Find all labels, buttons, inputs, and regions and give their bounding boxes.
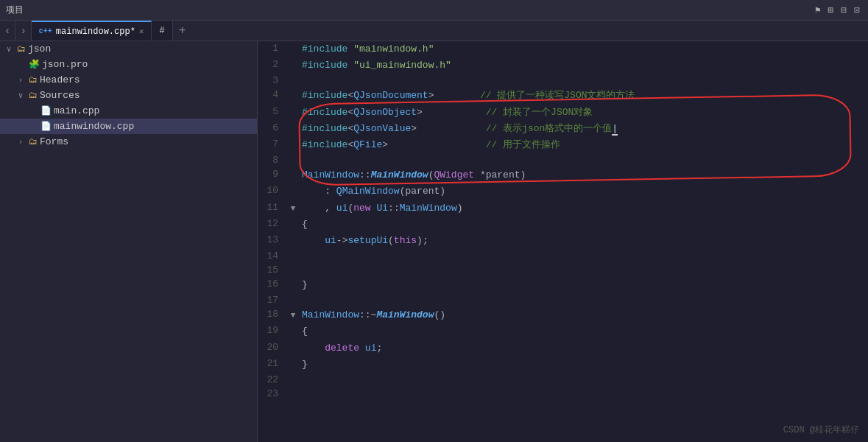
code-table: 1 #include "mainwindow.h" 2 #include "ui…: [258, 41, 868, 401]
toolbar: 项目 ⚑ ⊞ ⊟ ⊡: [0, 0, 868, 21]
folder-forms-icon: 🗂: [29, 136, 38, 147]
table-row: 9 MainWindow::MainWindow(QWidget *parent…: [258, 167, 868, 183]
line-number: 10: [258, 183, 287, 200]
code-content: {: [299, 217, 868, 233]
tree-arrow-sources: ∨: [15, 91, 27, 100]
toolbar-label: 项目: [6, 4, 810, 16]
code-content: , ui(new Ui::MainWindow): [299, 200, 868, 217]
line-expand: [287, 357, 299, 373]
tab-hash-label: #: [159, 26, 164, 36]
line-expand: [287, 74, 299, 88]
table-row: 5 #include<QJsonObject> // 封装了一个JSON对象: [258, 105, 868, 121]
line-expand: [287, 217, 299, 233]
line-number: 14: [258, 249, 287, 263]
code-content: MainWindow::~MainWindow(): [299, 307, 868, 323]
line-number: 21: [258, 357, 287, 373]
tab-plus-icon[interactable]: +: [173, 24, 192, 38]
tab-nav-next[interactable]: ›: [15, 21, 31, 41]
code-content: [299, 153, 868, 167]
line-number: 3: [258, 74, 287, 88]
tree-label-mainwindowcpp: mainwindow.cpp: [54, 121, 134, 132]
code-content: #include<QJsonValue> // 表示json格式中的一个值|: [299, 121, 868, 137]
tree-item-headers[interactable]: › 🗂 Headers: [0, 72, 257, 88]
line-expand[interactable]: ▼: [287, 200, 299, 217]
table-row: 16 }: [258, 277, 868, 293]
table-row: 10 : QMainWindow(parent): [258, 183, 868, 200]
code-content: [299, 249, 868, 263]
tree-arrow-headers: ›: [15, 76, 27, 85]
line-expand: [287, 293, 299, 307]
table-row: 7 #include<QFile> // 用于文件操作: [258, 137, 868, 153]
line-number: 7: [258, 137, 287, 153]
file-mainwindowcpp-icon: 📄: [40, 121, 52, 132]
code-area[interactable]: 1 #include "mainwindow.h" 2 #include "ui…: [258, 41, 868, 442]
line-expand: [287, 387, 299, 401]
line-number: 2: [258, 57, 287, 74]
table-row: 6 #include<QJsonValue> // 表示json格式中的一个值|: [258, 121, 868, 137]
code-content: : QMainWindow(parent): [299, 183, 868, 200]
table-row: 13 ui->setupUi(this);: [258, 233, 868, 249]
tree-item-jsonpro[interactable]: 🧩 json.pro: [0, 57, 257, 72]
line-expand: [287, 183, 299, 200]
table-row: 15: [258, 263, 868, 277]
line-expand[interactable]: ▼: [287, 307, 299, 323]
line-expand: [287, 137, 299, 153]
line-expand: [287, 57, 299, 74]
sidebar: ∨ 🗂 json 🧩 json.pro › 🗂 Headers ∨ 🗂 Sour…: [0, 41, 258, 442]
tab-nav-prev[interactable]: ‹: [0, 21, 15, 41]
tab-mainwindow-cpp[interactable]: c++ mainwindow.cpp* ✕: [32, 21, 152, 41]
watermark-text: CSDN @桂花年糕仔: [783, 425, 859, 435]
line-number: 1: [258, 41, 287, 57]
tree-label-forms: Forms: [40, 136, 68, 147]
line-number: 18: [258, 307, 287, 323]
line-number: 6: [258, 121, 287, 137]
link-icon[interactable]: ⊞: [826, 3, 836, 18]
main-area: ∨ 🗂 json 🧩 json.pro › 🗂 Headers ∨ 🗂 Sour…: [0, 41, 868, 442]
file-jsonpro-icon: 🧩: [29, 59, 40, 70]
line-expand: [287, 121, 299, 137]
line-expand: [287, 105, 299, 121]
file-maincpp-icon: 📄: [40, 105, 52, 116]
code-content: ui->setupUi(this);: [299, 233, 868, 249]
code-content: }: [299, 277, 868, 293]
table-row: 3: [258, 74, 868, 88]
table-row: 2 #include "ui_mainwindow.h": [258, 57, 868, 74]
folder-sources-icon: 🗂: [29, 90, 38, 101]
tree-item-forms[interactable]: › 🗂 Forms: [0, 134, 257, 150]
folder-json-icon: 🗂: [17, 43, 26, 55]
tree-label-jsonpro: json.pro: [42, 59, 88, 70]
table-row: 12 {: [258, 217, 868, 233]
line-number: 22: [258, 373, 287, 387]
code-content: #include "ui_mainwindow.h": [299, 57, 868, 74]
filter-icon[interactable]: ⚑: [813, 3, 823, 18]
line-number: 4: [258, 88, 287, 104]
tree-label-maincpp: main.cpp: [54, 105, 99, 116]
code-content: }: [299, 357, 868, 373]
expand-icon[interactable]: ⊟: [839, 3, 849, 18]
line-number: 5: [258, 105, 287, 121]
line-number: 15: [258, 263, 287, 277]
line-number: 16: [258, 277, 287, 293]
tree-item-maincpp[interactable]: 📄 main.cpp: [0, 103, 257, 119]
line-number: 9: [258, 167, 287, 183]
tab-close-icon[interactable]: ✕: [139, 27, 144, 36]
tree-item-json[interactable]: ∨ 🗂 json: [0, 41, 257, 57]
table-row: 8: [258, 153, 868, 167]
tree-item-mainwindowcpp[interactable]: 📄 mainwindow.cpp: [0, 119, 257, 134]
code-content: #include<QJsonObject> // 封装了一个JSON对象: [299, 105, 868, 121]
line-expand: [287, 153, 299, 167]
line-number: 8: [258, 153, 287, 167]
table-row: 14: [258, 249, 868, 263]
tree-item-sources[interactable]: ∨ 🗂 Sources: [0, 88, 257, 103]
code-content: #include "mainwindow.h": [299, 41, 868, 57]
line-expand: [287, 233, 299, 249]
folder-headers-icon: 🗂: [29, 74, 38, 85]
line-expand: [287, 263, 299, 277]
code-content: [299, 373, 868, 387]
line-expand: [287, 323, 299, 340]
code-content: [299, 387, 868, 401]
line-expand: [287, 41, 299, 57]
tab-hash[interactable]: #: [152, 21, 172, 41]
tree-arrow-json: ∨: [3, 44, 15, 54]
collapse-icon[interactable]: ⊡: [852, 3, 862, 18]
